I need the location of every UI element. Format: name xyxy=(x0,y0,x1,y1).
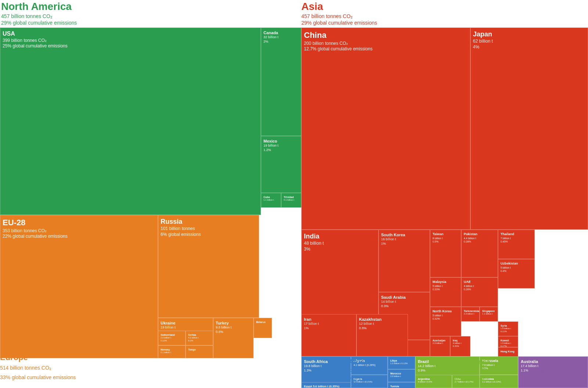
label-uae: UAE 4 billion t 0.26% xyxy=(464,280,474,291)
label-norway: Norway 0.1 billion t xyxy=(161,348,171,354)
cell-kazakhstan: Kazakhstan 12 billion t 0.8% xyxy=(356,314,408,356)
label-turkmenistan: Turkmenistan 2.2 billion t xyxy=(464,309,480,316)
label-hong-kong: Hong Kong xyxy=(501,350,514,353)
north-america-label: North America xyxy=(1,1,72,12)
label-taiwan: Taiwan 8 billion t 0.5% xyxy=(433,232,444,243)
cell-thailand: Thailand 7 billion t 0.45% xyxy=(498,230,535,259)
asia-value: 457 billion tonnes CO₂ xyxy=(301,13,353,19)
cell-turkmenistan: Turkmenistan 2.2 billion t xyxy=(461,307,480,321)
cell-turkey: Turkey 9.6 billion t 0.6% xyxy=(213,318,254,358)
label-south-korea: South Korea 16 billion t 1% xyxy=(381,232,405,246)
cell-pakistan: Pakistan 4.4 billion t 0.28% xyxy=(461,230,498,277)
europe-label: Europe 514 billion tonnes CO₂ 33% global… xyxy=(0,353,76,381)
label-iraq: Iraq 4 billion t 0.25% xyxy=(453,339,462,348)
cell-cuba: Cuba 1.1 billion t xyxy=(261,193,281,208)
label-tunisia: Tunisia xyxy=(390,385,399,388)
asia-label: Asia xyxy=(301,1,323,12)
north-america-pct: 29% global cumulative emissions xyxy=(1,20,77,26)
north-america-value: 457 billion tonnes CO₂ xyxy=(1,13,53,19)
label-thailand: Thailand 7 billion t 0.45% xyxy=(501,232,514,243)
treemap: North America 457 billion tonnes CO₂ 29%… xyxy=(0,0,588,388)
label-turkey: Turkey 9.6 billion t 0.6% xyxy=(216,320,232,334)
cell-canada: Canada 32 billion t 2% xyxy=(261,28,301,136)
cell-tunisia: Tunisia xyxy=(388,382,415,388)
cell-eu28: EU-28 353 billion tonnes CO₂ 22% global … xyxy=(0,215,158,358)
south-america-label: South America 40 billion tonnes CO₂ 3% g… xyxy=(415,358,518,381)
label-usa: USA 399 billion tonnes CO₂ 25% global cu… xyxy=(3,30,68,49)
cell-norway: Norway 0.1 billion t xyxy=(158,345,186,358)
africa-label: Africa 43 billion tonnes CO₂ 3% global e… xyxy=(301,358,415,381)
label-india: India 48 billion t 3% xyxy=(304,232,324,252)
label-japan: Japan 62 billion t 4% xyxy=(473,30,493,50)
cell-azerbaijan: Azerbaijan 2.3 billion t xyxy=(430,336,450,356)
cell-iran: Iran 17 billion t 1% xyxy=(301,314,356,356)
label-iran: Iran 17 billion t 1% xyxy=(304,317,319,331)
cell-mexico: Mexico 19 billion t 1.2% xyxy=(261,136,301,193)
cell-iraq: Iraq 4 billion t 0.25% xyxy=(450,336,470,356)
label-belarus: Belarus xyxy=(256,320,266,324)
label-kuwait: Kuwait 1.5 billion t 0.17% xyxy=(501,339,511,347)
label-serbia: Serbia 4.1 billion t 0.1% xyxy=(188,333,199,342)
cell-syria: Syria 1.8 billion t 0.11% xyxy=(498,321,518,336)
cell-switzerland: Switzerland 2.0 billion t 0.12% xyxy=(158,331,186,345)
oceania-label: Oceania 20 billion tonnes CO₂ 1.2% globa… xyxy=(518,362,588,381)
label-china: China 200 billion tonnes CO₂ 12.7% globa… xyxy=(304,30,373,52)
label-saudi-arabia: Saudi Arabia 14 billion t 0.9% xyxy=(381,295,406,309)
label-mexico: Mexico 19 billion t 1.2% xyxy=(263,139,279,152)
cell-tonga: Tonga xyxy=(186,345,213,358)
cell-belarus: Belarus xyxy=(254,318,272,338)
label-egypt: Egypt 5.6 billion t (0.35%) xyxy=(304,385,339,388)
cell-north-korea: North Korea 5 billion t 0.32% xyxy=(430,307,461,336)
label-eu28: EU-28 353 billion tonnes CO₂ 22% global … xyxy=(3,218,68,240)
label-singapore: Singapore 1.1 billion t xyxy=(482,309,495,316)
cell-china: China 200 billion tonnes CO₂ 12.7% globa… xyxy=(301,28,470,230)
cell-trinidad: Trinidad 0.1 billion t xyxy=(281,193,301,208)
label-azerbaijan: Azerbaijan 2.3 billion t xyxy=(433,339,445,345)
cell-uae: UAE 4 billion t 0.26% xyxy=(461,277,498,307)
cell-uzbekistan: Uzbekistan 5 billion t 0.4% xyxy=(498,259,535,288)
cell-malaysia: Malaysia 5 billion t 0.33% xyxy=(430,277,461,307)
label-pakistan: Pakistan 4.4 billion t 0.28% xyxy=(464,232,477,243)
label-canada: Canada 32 billion t 2% xyxy=(263,30,279,44)
label-cuba: Cuba 1.1 billion t xyxy=(263,195,274,202)
cell-south-korea: South Korea 16 billion t 1% xyxy=(379,230,430,292)
cell-egypt: Egypt 5.6 billion t (0.35%) xyxy=(301,382,351,388)
label-switzerland: Switzerland 2.0 billion t 0.12% xyxy=(161,333,175,342)
cell-singapore: Singapore 1.1 billion t xyxy=(480,307,498,321)
label-north-korea: North Korea 5 billion t 0.32% xyxy=(433,309,452,320)
cell-taiwan: Taiwan 8 billion t 0.5% xyxy=(430,230,461,277)
label-russia: Russia 101 billion tonnes 6% global emis… xyxy=(161,218,201,238)
label-malaysia: Malaysia 5 billion t 0.33% xyxy=(433,280,447,291)
cell-serbia: Serbia 4.1 billion t 0.1% xyxy=(186,331,213,345)
label-tonga: Tonga xyxy=(188,348,196,351)
cell-usa: USA 399 billion tonnes CO₂ 25% global cu… xyxy=(0,28,261,215)
cell-russia: Russia 101 billion tonnes 6% global emis… xyxy=(158,215,259,318)
label-uzbekistan: Uzbekistan 5 billion t 0.4% xyxy=(501,262,518,273)
label-syria: Syria 1.8 billion t 0.11% xyxy=(501,324,511,333)
cell-kuwait: Kuwait 1.5 billion t 0.17% xyxy=(498,336,518,347)
asia-pct: 29% global cumulative emissions xyxy=(301,20,377,26)
cell-japan: Japan 62 billion t 4% xyxy=(470,28,588,230)
label-trinidad: Trinidad 0.1 billion t xyxy=(284,195,294,202)
label-kazakhstan: Kazakhstan 12 billion t 0.8% xyxy=(359,317,381,331)
